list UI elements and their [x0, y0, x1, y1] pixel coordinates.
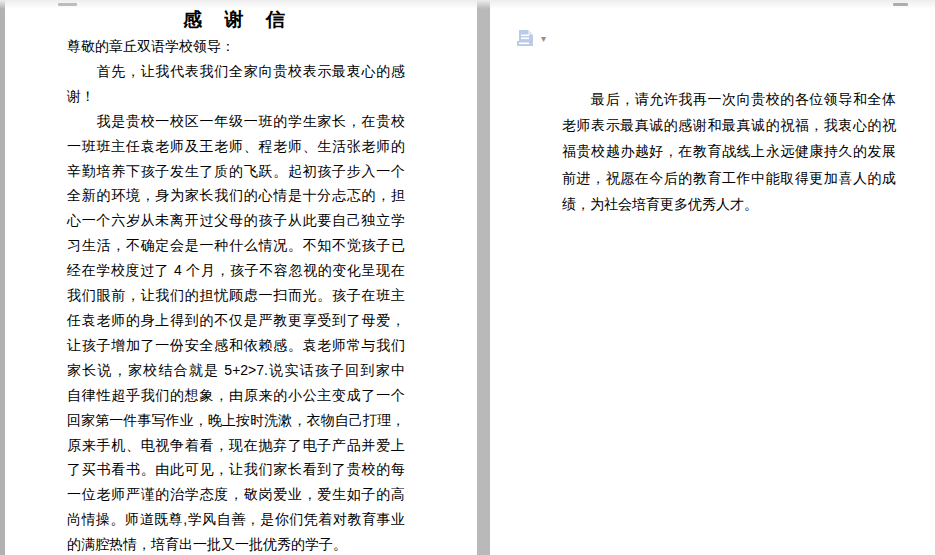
- text-line[interactable]: 一班班主任袁老师及王老师、程老师、生活张老师的: [67, 134, 405, 159]
- letter-body-page-1[interactable]: 尊敬的章丘双语学校领导： 首先，让我代表我们全家向贵校表示最衷心的感谢！ 我是贵…: [67, 34, 405, 555]
- page-1-text-area[interactable]: 感 谢 信 尊敬的章丘双语学校领导： 首先，让我代表我们全家向贵校表示最衷心的感…: [67, 5, 405, 555]
- page-1[interactable]: 感 谢 信 尊敬的章丘双语学校领导： 首先，让我代表我们全家向贵校表示最衷心的感…: [5, 0, 477, 555]
- text-line[interactable]: 我们眼前，让我们的担忧顾虑一扫而光。孩子在班主: [67, 283, 405, 308]
- text-line[interactable]: 福贵校越办越好，在教育战线上永远健康持久的发展: [562, 138, 896, 164]
- letter-title[interactable]: 感 谢 信: [67, 5, 405, 34]
- text-line[interactable]: 最后，请允许我再一次向贵校的各位领导和全体: [562, 86, 896, 112]
- page-2[interactable]: ▾ 最后，请允许我再一次向贵校的各位领导和全体老师表示最真诚的感谢和最真诚的祝福…: [490, 0, 935, 555]
- text-line[interactable]: 辛勤培养下孩子发生了质的飞跃。起初孩子步入一个: [67, 159, 405, 184]
- text-line[interactable]: 老师表示最真诚的感谢和最真诚的祝福，我衷心的祝: [562, 112, 896, 138]
- text-line[interactable]: 绩，为社会培育更多优秀人才。: [562, 191, 896, 217]
- top-edge-handle-left: [58, 3, 77, 6]
- top-edge-handle-right: [893, 3, 908, 6]
- text-line[interactable]: 原来手机、电视争着看，现在抛弃了电子产品并爱上: [67, 433, 405, 458]
- letter-body-page-2[interactable]: 最后，请允许我再一次向贵校的各位领导和全体老师表示最真诚的感谢和最真诚的祝福，我…: [562, 86, 896, 217]
- page-gutter: [477, 0, 490, 555]
- text-line[interactable]: 一位老师严谨的治学态度，敬岗爱业，爱生如子的高: [67, 482, 405, 507]
- chevron-down-icon[interactable]: ▾: [541, 34, 546, 44]
- text-line[interactable]: 了买书看书。由此可见，让我们家长看到了贵校的每: [67, 457, 405, 482]
- paste-options-icon: [515, 28, 537, 50]
- document-canvas: 感 谢 信 尊敬的章丘双语学校领导： 首先，让我代表我们全家向贵校表示最衷心的感…: [0, 0, 935, 555]
- text-line[interactable]: 尚情操。师道既尊,学风自善，是你们凭着对教育事业: [67, 507, 405, 532]
- text-line[interactable]: 习生活，不确定会是一种什么情况。不知不觉孩子已: [67, 233, 405, 258]
- text-line[interactable]: 我是贵校一校区一年级一班的学生家长，在贵校: [67, 109, 405, 134]
- text-line[interactable]: 首先，让我代表我们全家向贵校表示最衷心的感: [67, 59, 405, 84]
- text-line[interactable]: 前进，祝愿在今后的教育工作中能取得更加喜人的成: [562, 165, 896, 191]
- text-line[interactable]: 自律性超乎我们的想象，由原来的小公主变成了一个: [67, 383, 405, 408]
- text-line[interactable]: 尊敬的章丘双语学校领导：: [67, 34, 405, 59]
- text-line[interactable]: 心一个六岁从未离开过父母的孩子从此要自己独立学: [67, 208, 405, 233]
- text-line[interactable]: 回家第一件事写作业，晚上按时洗漱，衣物自己打理，: [67, 408, 405, 433]
- text-line[interactable]: 谢！: [67, 84, 405, 109]
- page-2-text-area[interactable]: 最后，请允许我再一次向贵校的各位领导和全体老师表示最真诚的感谢和最真诚的祝福，我…: [562, 86, 896, 217]
- paste-options-button[interactable]: ▾: [515, 27, 553, 51]
- text-line[interactable]: 经在学校度过了 4 个月，孩子不容忽视的变化呈现在: [67, 258, 405, 283]
- text-line[interactable]: 任袁老师的身上得到的不仅是严教更享受到了母爱，: [67, 308, 405, 333]
- text-line[interactable]: 让孩子增加了一份安全感和依赖感。袁老师常与我们: [67, 333, 405, 358]
- text-line[interactable]: 家长说，家校结合就是 5+2>7.说实话孩子回到家中: [67, 358, 405, 383]
- text-line[interactable]: 全新的环境，身为家长我们的心情是十分忐忑的，担: [67, 183, 405, 208]
- text-line[interactable]: 的满腔热情，培育出一批又一批优秀的学子。: [67, 532, 405, 555]
